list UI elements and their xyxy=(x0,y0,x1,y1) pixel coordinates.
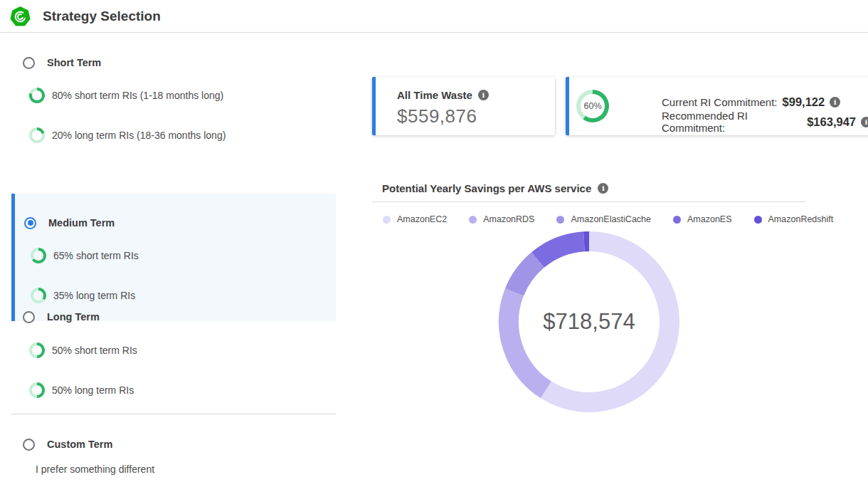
progress-ring-50a xyxy=(29,342,45,358)
recommended-commitment-row: Recommended RI Commitment: $163,947 i xyxy=(662,115,868,129)
radio-short-term[interactable] xyxy=(23,57,35,69)
radio-long-term[interactable] xyxy=(23,311,35,323)
short-term-split-1: 80% short term RIs (1-18 months long) xyxy=(11,88,223,103)
donut-segment-AmazonElastiCache[interactable] xyxy=(514,260,538,292)
option-label: Short Term xyxy=(47,57,101,68)
donut-segment-AmazonEC2[interactable] xyxy=(546,241,669,402)
chart-divider xyxy=(372,201,806,202)
sidebar-divider xyxy=(11,414,336,414)
legend-label: AmazonElastiCache xyxy=(571,214,651,224)
option-label: Custom Term xyxy=(47,439,112,450)
split-label: 80% short term RIs (1-18 months long) xyxy=(52,90,223,101)
legend-item-amazones[interactable]: AmazonES xyxy=(673,214,732,224)
medium-term-split-2: 35% long term RIs xyxy=(13,288,135,303)
legend-dot xyxy=(754,216,762,224)
legend-label: AmazonES xyxy=(687,214,732,224)
legend-dot xyxy=(383,216,391,224)
commitment-percent-ring: 60% xyxy=(576,90,609,122)
split-label: 20% long term RIs (18-36 months long) xyxy=(52,130,226,141)
legend-dot xyxy=(556,216,564,224)
option-medium-term[interactable]: Medium Term xyxy=(13,215,115,231)
waste-card-title: All Time Waste xyxy=(397,89,472,101)
chart-title: Potential Yearly Savings per AWS service xyxy=(382,182,591,194)
progress-ring-80 xyxy=(29,88,45,103)
radio-medium-term-selected[interactable] xyxy=(24,217,36,229)
waste-value: $559,876 xyxy=(397,105,477,127)
option-short-term[interactable]: Short Term xyxy=(11,55,101,70)
chart-legend: AmazonEC2 AmazonRDS AmazonElastiCache Am… xyxy=(383,214,855,224)
savings-donut-chart[interactable] xyxy=(497,229,682,414)
header: Strategy Selection xyxy=(0,0,868,33)
split-label: 35% long term RIs xyxy=(53,290,135,301)
progress-ring-50b xyxy=(29,382,45,398)
recommended-commitment-value: $163,947 xyxy=(807,115,856,129)
info-icon[interactable]: i xyxy=(861,117,868,127)
option-long-term[interactable]: Long Term xyxy=(11,309,100,325)
page-title: Strategy Selection xyxy=(43,9,161,24)
progress-ring-35 xyxy=(31,288,46,303)
commitment-percent-label: 60% xyxy=(581,94,605,118)
legend-dot xyxy=(469,216,477,224)
info-icon[interactable]: i xyxy=(598,183,608,194)
short-term-split-2: 20% long term RIs (18-36 months long) xyxy=(11,127,226,143)
legend-item-amazonec2[interactable]: AmazonEC2 xyxy=(383,214,447,224)
legend-label: AmazonEC2 xyxy=(397,214,447,224)
current-commitment-value: $99,122 xyxy=(783,95,825,109)
option-custom-term[interactable]: Custom Term xyxy=(11,436,112,452)
radio-custom-term[interactable] xyxy=(23,439,35,451)
progress-ring-20 xyxy=(29,127,45,143)
legend-item-amazonelasticache[interactable]: AmazonElastiCache xyxy=(556,214,651,224)
recommended-commitment-label: Recommended RI Commitment: xyxy=(662,110,802,134)
ri-commitment-card: 60% Current RI Commitment: $99,122 i Rec… xyxy=(566,77,868,135)
split-label: 65% short term RIs xyxy=(53,250,139,261)
strategy-sidebar: Short Term 80% short term RIs (1-18 mont… xyxy=(11,33,336,492)
chart-title-row: Potential Yearly Savings per AWS service… xyxy=(382,182,608,194)
option-medium-term-panel[interactable]: Medium Term 65% short term RIs 35% long … xyxy=(11,194,336,321)
option-label: Medium Term xyxy=(48,217,115,229)
legend-item-amazonredshift[interactable]: AmazonRedshift xyxy=(754,214,834,224)
donut-segment-AmazonRDS[interactable] xyxy=(509,292,546,389)
legend-label: AmazonRDS xyxy=(483,214,534,224)
legend-dot xyxy=(673,216,681,224)
long-term-split-2: 50% long term RIs xyxy=(11,382,134,398)
custom-term-description: I prefer something different xyxy=(36,464,154,475)
option-label: Long Term xyxy=(47,311,100,323)
donut-segment-AmazonES[interactable] xyxy=(538,241,584,260)
split-label: 50% short term RIs xyxy=(52,345,137,356)
long-term-split-1: 50% short term RIs xyxy=(11,342,137,358)
medium-term-split-1: 65% short term RIs xyxy=(13,248,139,263)
info-icon[interactable]: i xyxy=(478,90,489,100)
split-label: 50% long term RIs xyxy=(52,384,134,396)
info-icon[interactable]: i xyxy=(830,97,840,108)
progress-ring-65 xyxy=(31,248,46,263)
current-commitment-row: Current RI Commitment: $99,122 i xyxy=(662,95,840,109)
current-commitment-label: Current RI Commitment: xyxy=(662,96,778,108)
cloudability-logo-icon xyxy=(10,6,31,27)
legend-item-amazonrds[interactable]: AmazonRDS xyxy=(469,214,534,224)
legend-label: AmazonRedshift xyxy=(768,214,834,224)
all-time-waste-card: All Time Waste i $559,876 xyxy=(372,77,555,135)
strategy-selection-page: Strategy Selection Short Term 80% short … xyxy=(0,0,868,492)
